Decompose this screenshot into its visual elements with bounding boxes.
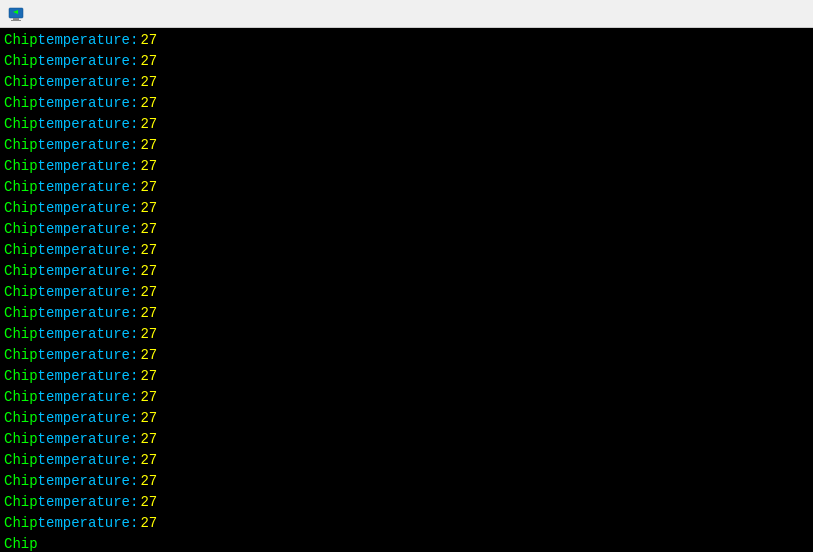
chip-keyword: Chip <box>4 72 38 93</box>
chip-keyword: Chip <box>4 366 38 387</box>
terminal-line: Chip temperature: 27 <box>4 261 809 282</box>
temperature-value: 27 <box>140 177 157 198</box>
chip-keyword: Chip <box>4 156 38 177</box>
terminal-line: Chip temperature: 27 <box>4 408 809 429</box>
temperature-label: temperature: <box>38 513 139 534</box>
temperature-label: temperature: <box>38 387 139 408</box>
temperature-label: temperature: <box>38 156 139 177</box>
terminal-line: Chip temperature: 27 <box>4 93 809 114</box>
chip-keyword: Chip <box>4 429 38 450</box>
temperature-label: temperature: <box>38 450 139 471</box>
temperature-value: 27 <box>140 492 157 513</box>
temperature-label: temperature: <box>38 492 139 513</box>
chip-keyword: Chip <box>4 492 38 513</box>
chip-keyword: Chip <box>4 261 38 282</box>
terminal-window[interactable]: Chip temperature: 27Chip temperature: 27… <box>0 28 813 552</box>
temperature-label: temperature: <box>38 177 139 198</box>
temperature-value: 27 <box>140 51 157 72</box>
temperature-label: temperature: <box>38 240 139 261</box>
chip-keyword: Chip <box>4 240 38 261</box>
chip-keyword: Chip <box>4 93 38 114</box>
terminal-line: Chip temperature: 27 <box>4 30 809 51</box>
chip-keyword: Chip <box>4 303 38 324</box>
terminal-line: Chip temperature: 27 <box>4 492 809 513</box>
chip-keyword: Chip <box>4 219 38 240</box>
temperature-value: 27 <box>140 324 157 345</box>
temperature-label: temperature: <box>38 114 139 135</box>
temperature-value: 27 <box>140 72 157 93</box>
terminal-line: Chip temperature: 27 <box>4 282 809 303</box>
terminal-line: Chip temperature: 27 <box>4 387 809 408</box>
temperature-label: temperature: <box>38 366 139 387</box>
svg-rect-2 <box>11 20 21 21</box>
temperature-label: temperature: <box>38 30 139 51</box>
temperature-label: temperature: <box>38 324 139 345</box>
terminal-line: Chip temperature: 27 <box>4 156 809 177</box>
terminal-line: Chip temperature: 27 <box>4 471 809 492</box>
temperature-label: temperature: <box>38 282 139 303</box>
temperature-label: temperature: <box>38 93 139 114</box>
temperature-label: temperature: <box>38 219 139 240</box>
terminal-line: Chip temperature: 27 <box>4 240 809 261</box>
chip-keyword: Chip <box>4 51 38 72</box>
temperature-value: 27 <box>140 303 157 324</box>
temperature-label: temperature: <box>38 408 139 429</box>
terminal-line: Chip temperature: 27 <box>4 345 809 366</box>
temperature-value: 27 <box>140 429 157 450</box>
temperature-value: 27 <box>140 345 157 366</box>
chip-keyword: Chip <box>4 450 38 471</box>
svg-rect-1 <box>13 18 19 20</box>
chip-keyword: Chip <box>4 345 38 366</box>
temperature-value: 27 <box>140 156 157 177</box>
title-bar <box>0 0 813 28</box>
temperature-value: 27 <box>140 513 157 534</box>
temperature-value: 27 <box>140 135 157 156</box>
terminal-line: Chip temperature: 27 <box>4 450 809 471</box>
chip-keyword: Chip <box>4 387 38 408</box>
temperature-value: 27 <box>140 240 157 261</box>
temperature-value: 27 <box>140 282 157 303</box>
chip-keyword: Chip <box>4 114 38 135</box>
chip-keyword: Chip <box>4 513 38 534</box>
temperature-value: 27 <box>140 93 157 114</box>
chip-keyword: Chip <box>4 135 38 156</box>
chip-keyword: Chip <box>4 408 38 429</box>
temperature-value: 27 <box>140 450 157 471</box>
partial-line: Chip <box>4 534 809 552</box>
temperature-label: temperature: <box>38 303 139 324</box>
temperature-value: 27 <box>140 261 157 282</box>
chip-keyword: Chip <box>4 30 38 51</box>
temperature-label: temperature: <box>38 345 139 366</box>
terminal-line: Chip temperature: 27 <box>4 303 809 324</box>
chip-keyword: Chip <box>4 282 38 303</box>
terminal-line: Chip temperature: 27 <box>4 429 809 450</box>
chip-keyword: Chip <box>4 471 38 492</box>
temperature-value: 27 <box>140 30 157 51</box>
terminal-line: Chip temperature: 27 <box>4 72 809 93</box>
terminal-line: Chip temperature: 27 <box>4 51 809 72</box>
temperature-value: 27 <box>140 198 157 219</box>
temperature-label: temperature: <box>38 51 139 72</box>
temperature-value: 27 <box>140 366 157 387</box>
terminal-line: Chip temperature: 27 <box>4 324 809 345</box>
putty-icon <box>8 6 24 22</box>
chip-keyword: Chip <box>4 177 38 198</box>
terminal-line: Chip temperature: 27 <box>4 198 809 219</box>
temperature-value: 27 <box>140 219 157 240</box>
chip-keyword: Chip <box>4 198 38 219</box>
temperature-label: temperature: <box>38 198 139 219</box>
terminal-line: Chip temperature: 27 <box>4 177 809 198</box>
title-bar-left <box>8 6 30 22</box>
temperature-value: 27 <box>140 114 157 135</box>
terminal-line: Chip temperature: 27 <box>4 219 809 240</box>
terminal-line: Chip temperature: 27 <box>4 366 809 387</box>
terminal-line: Chip temperature: 27 <box>4 513 809 534</box>
temperature-value: 27 <box>140 471 157 492</box>
temperature-label: temperature: <box>38 261 139 282</box>
chip-keyword: Chip <box>4 324 38 345</box>
terminal-line: Chip temperature: 27 <box>4 114 809 135</box>
temperature-value: 27 <box>140 408 157 429</box>
temperature-value: 27 <box>140 387 157 408</box>
temperature-label: temperature: <box>38 471 139 492</box>
terminal-line: Chip temperature: 27 <box>4 135 809 156</box>
